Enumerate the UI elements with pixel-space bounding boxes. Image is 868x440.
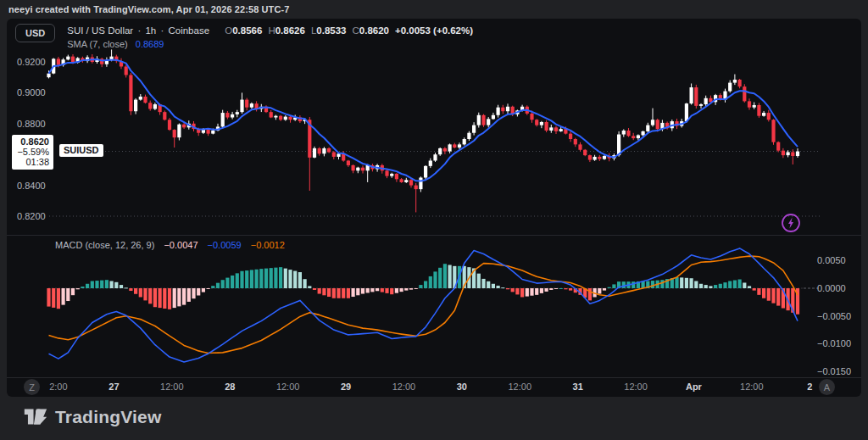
macd-histogram-bar	[337, 288, 340, 298]
chart-canvas[interactable]	[7, 19, 861, 397]
macd-histogram-bar	[279, 267, 282, 288]
macd-histogram-bar	[264, 269, 268, 288]
candle-body	[593, 157, 597, 160]
candle-body	[419, 178, 422, 190]
macd-histogram-bar	[361, 288, 364, 294]
macd-histogram-bar	[148, 288, 152, 304]
candle-body	[443, 148, 447, 152]
candle-body	[361, 168, 364, 171]
macd-histogram-bar	[719, 284, 722, 288]
macd-histogram-bar	[255, 270, 259, 288]
macd-histogram-bar	[603, 288, 606, 291]
macd-histogram-bar	[385, 288, 388, 293]
macd-histogram-bar	[433, 271, 437, 288]
symbol-exchange: Coinbase	[168, 25, 209, 36]
candle-body	[318, 148, 321, 153]
currency-toggle-button[interactable]: USD	[15, 24, 55, 42]
macd-histogram-bar	[66, 288, 70, 301]
time-tick-label[interactable]: 29	[341, 382, 351, 392]
time-tick-label[interactable]: 12:00	[508, 382, 531, 392]
macd-signal-value: −0.0012	[251, 240, 285, 250]
time-tick-label[interactable]: 2:00	[49, 382, 67, 392]
macd-histogram-bar	[598, 288, 601, 294]
time-tick-label[interactable]: 12:00	[624, 382, 648, 392]
macd-histogram-bar	[660, 280, 664, 288]
macd-legend[interactable]: MACD (close, 12, 26, 9) −0.0047 −0.0059 …	[55, 240, 285, 250]
candle-body	[390, 174, 393, 176]
candle-body	[796, 152, 799, 156]
macd-histogram-bar	[477, 274, 481, 288]
macd-histogram-bar	[540, 288, 543, 293]
candle-body	[748, 101, 751, 107]
macd-histogram-bar	[62, 288, 65, 305]
macd-histogram-bar	[318, 288, 321, 294]
macd-histogram-bar	[139, 288, 142, 297]
candle-body	[467, 133, 470, 139]
sma-legend[interactable]: SMA (7, close) 0.8689	[67, 39, 473, 49]
time-tick-label[interactable]: 2	[807, 382, 812, 392]
candle-body	[148, 103, 152, 109]
candle-body	[733, 80, 737, 83]
candle-body	[288, 117, 292, 120]
candle-body	[385, 170, 388, 175]
sma-label: SMA (7, close)	[67, 39, 128, 49]
candle-body	[245, 100, 248, 108]
auto-scale-badge[interactable]: A	[819, 379, 835, 395]
macd-histogram-bar	[709, 286, 712, 288]
time-tick-label[interactable]: 27	[108, 382, 119, 392]
macd-tick-label: −0.0100	[817, 338, 856, 348]
candle-body	[497, 108, 500, 115]
attribution-text: neeyi created with TradingView.com, Apr …	[8, 4, 289, 14]
candle-body	[143, 97, 147, 103]
candle-body	[433, 154, 437, 160]
macd-histogram-bar	[298, 272, 302, 288]
macd-histogram-bar	[207, 288, 210, 289]
candle-body	[415, 186, 418, 190]
macd-histogram-bar	[651, 281, 654, 288]
macd-histogram-bar	[511, 288, 515, 292]
macd-histogram-bar	[308, 286, 311, 288]
macd-histogram-bar	[492, 284, 495, 288]
candle-body	[453, 144, 456, 148]
candle-body	[588, 155, 592, 159]
macd-histogram-bar	[549, 288, 553, 290]
time-tick-label[interactable]: Apr	[686, 382, 702, 392]
tradingview-logo-icon[interactable]	[24, 406, 47, 427]
candle-body	[202, 130, 205, 133]
macd-tick-label: 0.0050	[817, 255, 856, 265]
macd-histogram-bar	[163, 288, 166, 309]
tradingview-logo-text[interactable]: TradingView	[55, 407, 162, 427]
time-tick-label[interactable]: 30	[457, 382, 467, 392]
time-tick-label[interactable]: 12:00	[740, 382, 764, 392]
macd-histogram-bar	[259, 269, 263, 288]
macd-histogram-bar	[366, 288, 370, 292]
candle-body	[622, 131, 626, 135]
macd-histogram-bar	[733, 281, 737, 288]
timezone-badge[interactable]: Z	[24, 379, 40, 395]
macd-histogram-bar	[723, 282, 726, 288]
candle-body	[637, 135, 640, 138]
macd-histogram-bar	[114, 282, 118, 288]
macd-histogram-bar	[506, 288, 509, 289]
candle-body	[177, 125, 181, 137]
macd-histogram-bar	[564, 288, 567, 289]
macd-histogram-bar	[71, 288, 75, 295]
time-tick-label[interactable]: 12:00	[276, 382, 300, 392]
time-tick-label[interactable]: 12:00	[160, 382, 184, 392]
candle-body	[762, 113, 765, 116]
macd-histogram-bar	[284, 269, 287, 288]
macd-histogram-bar	[714, 285, 717, 288]
macd-histogram-bar	[526, 288, 529, 297]
candle-body	[699, 104, 703, 106]
candle-body	[211, 131, 214, 134]
macd-histogram-bar	[632, 281, 635, 288]
boost-button[interactable]	[781, 213, 801, 237]
macd-histogram-bar	[622, 281, 626, 288]
time-tick-label[interactable]: 28	[225, 382, 235, 392]
candle-body	[598, 157, 601, 159]
time-tick-label[interactable]: 31	[573, 382, 583, 392]
candle-body	[448, 144, 452, 151]
macd-histogram-bar	[612, 284, 615, 288]
time-tick-label[interactable]: 12:00	[392, 382, 416, 392]
candle-body	[47, 74, 50, 78]
